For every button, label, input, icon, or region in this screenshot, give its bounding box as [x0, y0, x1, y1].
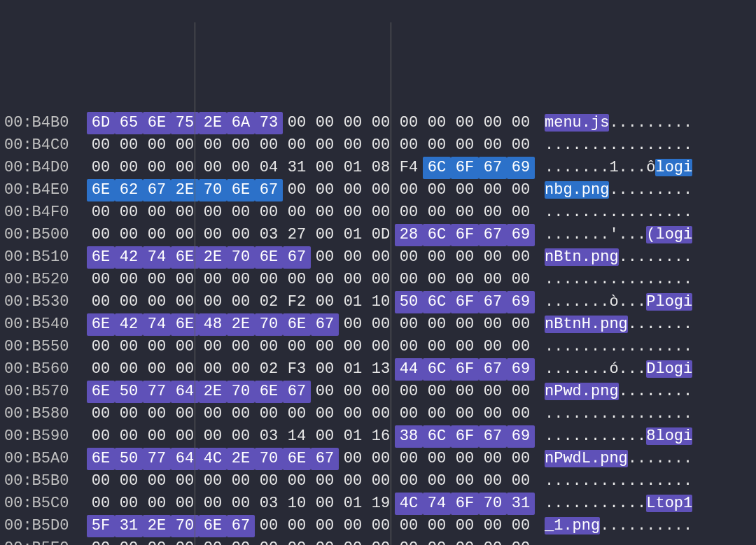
hex-byte[interactable]: 14	[283, 425, 311, 448]
hex-byte[interactable]: 00	[227, 157, 255, 179]
hex-byte[interactable]: 00	[87, 470, 115, 493]
hex-byte[interactable]: 00	[115, 291, 143, 313]
hex-byte[interactable]: 00	[395, 336, 423, 358]
hex-byte[interactable]: 00	[311, 179, 339, 201]
hex-byte[interactable]: 00	[115, 201, 143, 224]
hex-byte[interactable]: 00	[283, 470, 311, 493]
hex-byte[interactable]: 00	[423, 134, 451, 157]
hex-byte[interactable]: 00	[115, 425, 143, 448]
hex-byte[interactable]: F4	[395, 157, 423, 179]
hex-byte[interactable]: 00	[115, 493, 143, 515]
hex-byte[interactable]: 67	[255, 179, 283, 201]
hex-byte[interactable]: 6C	[423, 425, 451, 448]
hex-byte[interactable]: 6E	[87, 448, 115, 470]
hex-byte[interactable]: 50	[395, 291, 423, 313]
hex-byte[interactable]: 00	[339, 515, 367, 537]
hex-byte[interactable]: 00	[115, 157, 143, 179]
hex-byte[interactable]: 00	[395, 201, 423, 224]
hex-byte[interactable]: 00	[87, 224, 115, 246]
hex-byte[interactable]: 00	[451, 179, 479, 201]
hex-byte[interactable]: 00	[395, 448, 423, 470]
hex-byte[interactable]: 00	[87, 291, 115, 313]
hex-byte[interactable]: 48	[199, 313, 227, 336]
hex-byte[interactable]: 69	[507, 224, 535, 246]
hex-byte[interactable]: 00	[255, 269, 283, 291]
hex-byte[interactable]: 6E	[87, 246, 115, 269]
hex-byte[interactable]: 67	[479, 358, 507, 381]
hex-byte[interactable]: 00	[451, 470, 479, 493]
hex-row[interactable]: 00:B52000000000000000000000000000000000.…	[0, 269, 756, 291]
hex-byte[interactable]: 67	[479, 157, 507, 179]
hex-byte[interactable]: 00	[507, 313, 535, 336]
hex-byte[interactable]: 6F	[451, 224, 479, 246]
hex-byte[interactable]: 00	[395, 470, 423, 493]
hex-byte[interactable]: 00	[339, 201, 367, 224]
hex-byte[interactable]: 42	[115, 246, 143, 269]
hex-row[interactable]: 00:B58000000000000000000000000000000000.…	[0, 403, 756, 425]
hex-byte[interactable]: 00	[283, 403, 311, 425]
hex-byte[interactable]: 00	[395, 381, 423, 403]
hex-row[interactable]: 00:B56000000000000002F3000113446C6F6769.…	[0, 358, 756, 381]
hex-byte[interactable]: 00	[311, 515, 339, 537]
hex-byte[interactable]: 00	[451, 403, 479, 425]
hex-byte[interactable]: 00	[479, 179, 507, 201]
hex-byte[interactable]: 00	[87, 269, 115, 291]
hex-byte[interactable]: 02	[255, 291, 283, 313]
hex-byte[interactable]: 00	[339, 336, 367, 358]
hex-byte[interactable]: 00	[311, 157, 339, 179]
hex-byte[interactable]: 00	[255, 470, 283, 493]
hex-byte[interactable]: 6C	[423, 224, 451, 246]
hex-byte[interactable]: 67	[479, 224, 507, 246]
hex-byte[interactable]: 00	[311, 537, 339, 545]
hex-byte[interactable]: 00	[143, 336, 171, 358]
hex-byte[interactable]: 00	[479, 403, 507, 425]
hex-byte[interactable]: 00	[507, 134, 535, 157]
hex-byte[interactable]: 00	[479, 336, 507, 358]
hex-byte[interactable]: 69	[507, 291, 535, 313]
hex-row[interactable]: 00:B4C000000000000000000000000000000000.…	[0, 134, 756, 157]
hex-byte[interactable]: 67	[283, 381, 311, 403]
hex-byte[interactable]: 00	[143, 358, 171, 381]
hex-byte[interactable]: 00	[255, 403, 283, 425]
hex-byte[interactable]: 00	[507, 537, 535, 545]
hex-byte[interactable]: 00	[115, 358, 143, 381]
hex-byte[interactable]: 69	[507, 425, 535, 448]
hex-byte[interactable]: 6C	[423, 358, 451, 381]
hex-byte[interactable]: 00	[115, 224, 143, 246]
hex-byte[interactable]: 01	[339, 224, 367, 246]
hex-byte[interactable]: 03	[255, 493, 283, 515]
hex-byte[interactable]: 00	[87, 537, 115, 545]
hex-byte[interactable]: 00	[227, 425, 255, 448]
hex-byte[interactable]: 03	[255, 425, 283, 448]
hex-byte[interactable]: 00	[507, 179, 535, 201]
hex-byte[interactable]: 00	[311, 246, 339, 269]
hex-byte[interactable]: 00	[451, 515, 479, 537]
hex-byte[interactable]: 70	[479, 493, 507, 515]
hex-byte[interactable]: 00	[395, 134, 423, 157]
hex-byte[interactable]: 00	[479, 246, 507, 269]
hex-byte[interactable]: 00	[507, 201, 535, 224]
hex-byte[interactable]: 6E	[255, 246, 283, 269]
hex-byte[interactable]: 38	[395, 425, 423, 448]
hex-row[interactable]: 00:B5A06E5077644C2E706E6700000000000000n…	[0, 448, 756, 470]
hex-byte[interactable]: 70	[255, 313, 283, 336]
hex-byte[interactable]: 00	[339, 134, 367, 157]
hex-byte[interactable]: 00	[395, 313, 423, 336]
hex-byte[interactable]: 00	[311, 201, 339, 224]
hex-byte[interactable]: 00	[395, 537, 423, 545]
hex-byte[interactable]: 01	[339, 358, 367, 381]
hex-byte[interactable]: 77	[143, 381, 171, 403]
hex-row[interactable]: 00:B5D05F312E706E6700000000000000000000_…	[0, 515, 756, 537]
hex-byte[interactable]: 6F	[451, 425, 479, 448]
hex-byte[interactable]: 6A	[227, 112, 255, 134]
hex-byte[interactable]: 00	[143, 493, 171, 515]
hex-byte[interactable]: 00	[311, 291, 339, 313]
hex-byte[interactable]: 00	[311, 381, 339, 403]
hex-byte[interactable]: 00	[423, 179, 451, 201]
hex-byte[interactable]: 00	[395, 269, 423, 291]
hex-byte[interactable]: 6D	[87, 112, 115, 134]
hex-byte[interactable]: 00	[199, 336, 227, 358]
hex-byte[interactable]: 00	[479, 201, 507, 224]
hex-byte[interactable]: 00	[339, 448, 367, 470]
hex-byte[interactable]: 00	[311, 112, 339, 134]
